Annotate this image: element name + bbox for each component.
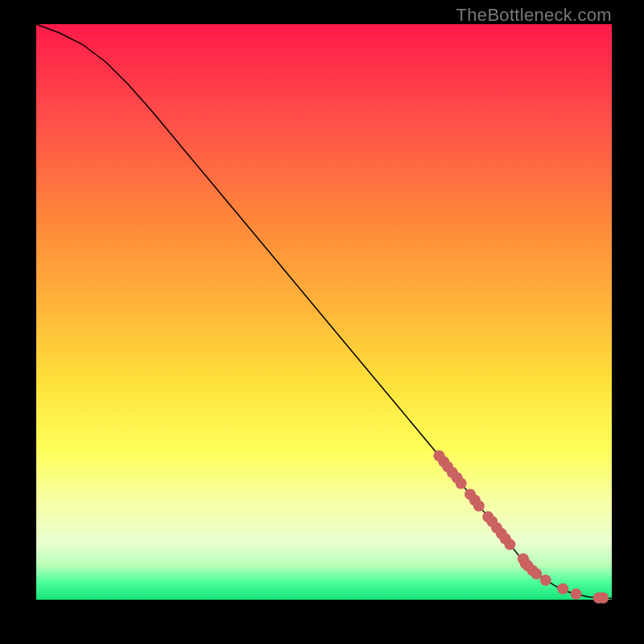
watermark-text: TheBottleneck.com — [456, 5, 612, 26]
bottleneck-curve — [36, 24, 612, 599]
curve-marker — [530, 568, 542, 580]
curve-markers — [434, 450, 609, 604]
curve-marker — [597, 592, 609, 604]
curve-marker — [571, 588, 582, 600]
curve-marker — [456, 478, 467, 489]
curve-marker — [473, 500, 485, 511]
chart-frame: TheBottleneck.com — [0, 0, 644, 644]
curve-marker — [504, 539, 515, 550]
chart-overlay — [36, 24, 612, 600]
curve-marker — [540, 575, 551, 586]
curve-marker — [557, 583, 568, 594]
